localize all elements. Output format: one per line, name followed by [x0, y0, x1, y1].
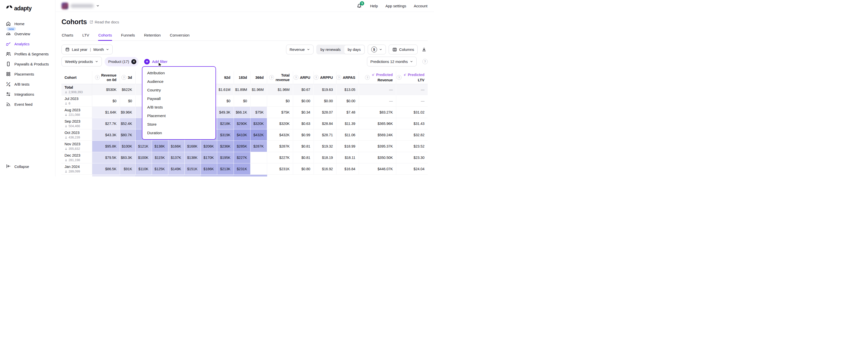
- column-header-arppu: ?ARPPU: [313, 71, 336, 84]
- filter-menu-item-duration[interactable]: Duration: [143, 129, 216, 137]
- predictions-help-icon[interactable]: ?: [423, 59, 428, 64]
- sidebar-item-paywalls[interactable]: Paywalls & Products: [0, 59, 55, 69]
- adapty-logo-icon: [5, 4, 13, 12]
- users-icon: [64, 170, 67, 173]
- filter-menu-item-a-b-tests[interactable]: A/B tests: [143, 103, 216, 111]
- table-row-jul-2023: Jul 20236$0$0$0$0$0$0.00$0.00$0.00——: [62, 95, 428, 106]
- help-icon[interactable]: ?: [269, 75, 274, 80]
- table-cell: $0.34: [293, 106, 314, 118]
- new-badge: new: [6, 27, 16, 31]
- app-settings-link[interactable]: App settings: [385, 4, 406, 8]
- table-cell: $16.84: [336, 163, 359, 175]
- workspace-selector[interactable]: [62, 2, 99, 9]
- notifications-button[interactable]: 5: [356, 3, 363, 9]
- filter-menu-item-attribution[interactable]: Attribution: [143, 69, 216, 77]
- products-dropdown[interactable]: Weekly products: [62, 57, 102, 67]
- table-cell: —: [396, 84, 428, 95]
- filter-menu-item-country[interactable]: Country: [143, 86, 216, 95]
- table-cell: $0.67: [293, 84, 314, 95]
- columns-icon: [392, 47, 397, 52]
- help-icon[interactable]: ?: [122, 75, 126, 80]
- table-cell: [293, 175, 314, 176]
- chevron-down-icon: [410, 60, 413, 63]
- table-cell: $52.4K: [120, 118, 135, 129]
- add-filter-button[interactable]: + Add filter: [144, 59, 167, 65]
- by-renewals-segment[interactable]: by renewals: [317, 45, 344, 54]
- column-header-predicted-ltv: ?PredictedLTV: [396, 71, 428, 84]
- sidebar-item-ab-tests[interactable]: ABA/B tests: [0, 79, 55, 89]
- tab-ltv[interactable]: LTV: [82, 32, 90, 40]
- columns-button[interactable]: Columns: [389, 44, 417, 55]
- table-row-dec-2023: Dec 2023281,198$79.5K$83.3K$100K$115K$13…: [62, 152, 428, 163]
- sidebar-item-profiles[interactable]: Profiles & Segments: [0, 49, 55, 59]
- table-cell: $186K: [201, 163, 217, 175]
- sidebar-item-placements[interactable]: Placements: [0, 69, 55, 79]
- product-filter-chip[interactable]: Product (17) ✕: [104, 57, 139, 67]
- by-days-segment[interactable]: by days: [344, 45, 365, 54]
- table-cell: $0.81: [293, 152, 314, 163]
- chevron-down-icon: [95, 60, 98, 63]
- table-cell: $287K: [250, 141, 267, 152]
- tab-cohorts[interactable]: Cohorts: [98, 32, 112, 40]
- tab-retention[interactable]: Retention: [144, 32, 161, 40]
- table-cell: [217, 175, 234, 176]
- sidebar-item-label: Integrations: [14, 92, 34, 97]
- predictions-dropdown[interactable]: Predictions 12 months: [367, 57, 416, 67]
- help-link[interactable]: Help: [370, 4, 378, 8]
- sidebar-item-event-feed[interactable]: Event feed: [0, 99, 55, 109]
- sidebar-item-overview[interactable]: newOverview: [0, 29, 55, 39]
- table-cell: $9.96K: [120, 106, 135, 118]
- topbar: 5 Help App settings Account: [56, 0, 434, 12]
- table-cell: $100K: [120, 141, 135, 152]
- table-cell: $110K: [135, 163, 152, 175]
- predictions-group: Predictions 12 months ?: [367, 57, 428, 67]
- plus-icon: +: [144, 59, 150, 65]
- table-cell: $319K: [217, 129, 234, 141]
- table-cell: $13.05: [336, 84, 359, 95]
- filter-menu-item-paywall[interactable]: Paywall: [143, 95, 216, 103]
- table-cell: $213K: [217, 163, 234, 175]
- help-icon[interactable]: ?: [397, 75, 402, 80]
- help-icon[interactable]: ?: [293, 75, 299, 80]
- tab-funnels[interactable]: Funnels: [121, 32, 135, 40]
- account-link[interactable]: Account: [414, 4, 428, 8]
- table-cell: $27.7K: [92, 118, 120, 129]
- table-cell: $410K: [234, 129, 250, 141]
- table-cell: $100K: [135, 152, 152, 163]
- help-icon[interactable]: ?: [337, 75, 341, 80]
- sidebar-item-analytics[interactable]: Analytics: [0, 39, 55, 49]
- table-cell: $446.07K: [359, 163, 396, 175]
- date-grouping-label: Month: [93, 47, 104, 51]
- tab-conversion[interactable]: Conversion: [169, 32, 190, 40]
- adapty-logo[interactable]: adapty: [0, 4, 55, 14]
- metric-dropdown[interactable]: Revenue: [286, 44, 313, 55]
- users-icon: [64, 102, 67, 105]
- currency-dropdown[interactable]: $: [368, 44, 386, 55]
- help-icon[interactable]: ?: [314, 75, 318, 80]
- workspace-name-redacted: [70, 4, 94, 8]
- help-icon[interactable]: ?: [95, 75, 100, 80]
- export-button[interactable]: [421, 46, 428, 53]
- column-header-366d: 366d: [250, 71, 267, 84]
- filter-menu-item-store[interactable]: Store: [143, 120, 216, 129]
- eventfeed-icon: [5, 102, 11, 107]
- help-icon[interactable]: ?: [365, 75, 370, 80]
- filter-menu-item-placement[interactable]: Placement: [143, 111, 216, 120]
- table-cell: $227K: [234, 152, 250, 163]
- sidebar-item-integrations[interactable]: Integrations: [0, 89, 55, 99]
- table-cell: $32.82: [396, 129, 428, 141]
- table-cell: [250, 175, 267, 176]
- table-cell: $0.81: [293, 141, 314, 152]
- remove-filter-icon[interactable]: ✕: [131, 59, 136, 64]
- table-cell: $1.96M: [267, 84, 293, 95]
- filter-menu-item-audience[interactable]: Audience: [143, 77, 216, 86]
- column-header-92d: 92d: [217, 71, 234, 84]
- tab-charts[interactable]: Charts: [62, 32, 73, 40]
- date-range-button[interactable]: Last year|Month: [62, 44, 113, 55]
- collapse-button[interactable]: Collapse: [0, 161, 55, 172]
- table-cell: $285K: [234, 141, 250, 152]
- table-cell: [135, 175, 152, 176]
- read-the-docs-link[interactable]: Read the docs: [89, 20, 119, 24]
- table-cell: $80.7K: [120, 129, 135, 141]
- table-cell: $138K: [185, 152, 201, 163]
